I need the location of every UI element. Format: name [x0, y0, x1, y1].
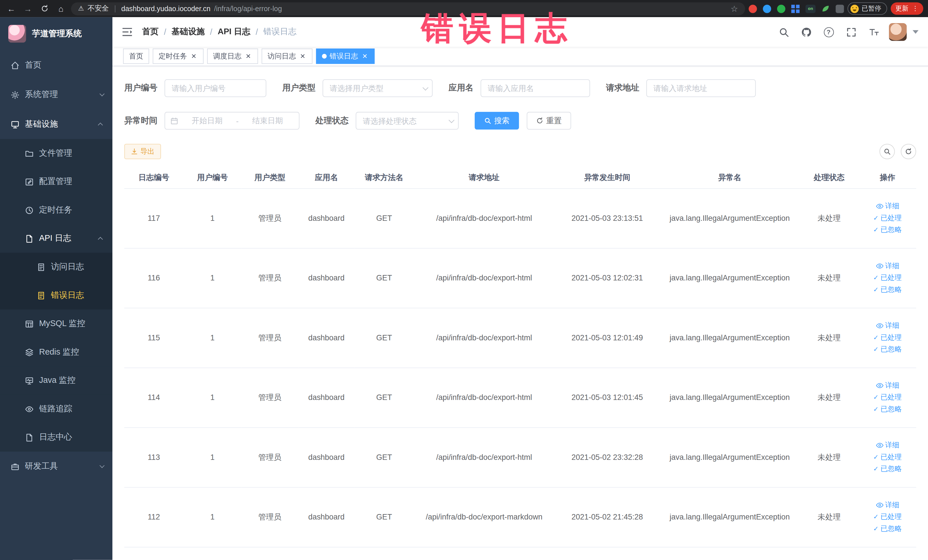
cell-method: GET: [355, 188, 414, 248]
app-logo[interactable]: 芋道管理系统: [0, 17, 112, 50]
sidebar-item-error-log[interactable]: 错误日志: [0, 281, 112, 310]
sidebar-item-system[interactable]: 系统管理: [0, 80, 112, 110]
header-search-button[interactable]: [777, 25, 791, 39]
sidebar-item-dev-tools[interactable]: 研发工具: [0, 452, 112, 481]
tab-scheduled-job[interactable]: 定时任务 ✕: [153, 49, 203, 64]
eye-icon: [25, 404, 34, 414]
calendar-icon: [170, 117, 178, 125]
detail-link[interactable]: 详细: [876, 320, 899, 331]
sidebar-item-file-manage[interactable]: 文件管理: [0, 139, 112, 168]
sidebar-item-trace[interactable]: 链路追踪: [0, 395, 112, 423]
close-tab-icon[interactable]: ✕: [244, 52, 252, 60]
mark-processed-link[interactable]: ✓ 已处理: [873, 213, 902, 223]
detail-link[interactable]: 详细: [876, 381, 899, 391]
sidebar-item-infra[interactable]: 基础设施: [0, 110, 112, 139]
avatar-caret-icon[interactable]: [913, 30, 919, 34]
cell-log-id: 115: [124, 308, 183, 368]
cell-app-name: dashboard: [298, 368, 355, 427]
forward-button[interactable]: →: [21, 2, 35, 15]
search-button[interactable]: 搜索: [475, 112, 519, 130]
range-end-placeholder: 结束日期: [242, 116, 293, 126]
mark-ignored-link[interactable]: ✓ 已忽略: [873, 344, 902, 354]
home-button[interactable]: ⌂: [55, 2, 68, 15]
tab-error-log[interactable]: 错误日志 ✕: [316, 49, 375, 64]
bookmark-star-icon[interactable]: ☆: [731, 4, 738, 13]
request-url-input[interactable]: [646, 79, 756, 97]
error-log-table: 日志编号 用户编号 用户类型 应用名 请求方法名 请求地址 异常发生时间 异常名…: [124, 167, 916, 547]
extension-icon-on[interactable]: on: [806, 5, 816, 13]
sidebar-item-mysql-monitor[interactable]: MySQL 监控: [0, 310, 112, 338]
mark-processed-link[interactable]: ✓ 已处理: [873, 273, 902, 283]
mark-processed-link[interactable]: ✓ 已处理: [873, 512, 902, 522]
tab-dispatch-log[interactable]: 调度日志 ✕: [207, 49, 258, 64]
request-url-label: 请求地址: [606, 83, 639, 93]
process-status-select[interactable]: [356, 112, 459, 130]
sidebar-item-java-monitor[interactable]: Java 监控: [0, 366, 112, 395]
process-status-select-input[interactable]: [356, 112, 459, 130]
refresh-table-button[interactable]: [901, 144, 916, 159]
sidebar-item-home[interactable]: 首页: [0, 50, 112, 80]
app-name-label: 应用名: [449, 83, 473, 93]
browser-update-button[interactable]: 更新 ⋮: [891, 2, 923, 15]
sidebar-item-access-log[interactable]: 访问日志: [0, 253, 112, 281]
mark-processed-link[interactable]: ✓ 已处理: [873, 392, 902, 402]
exception-time-range-picker[interactable]: 开始日期 - 结束日期: [165, 112, 299, 130]
cell-method: GET: [355, 487, 414, 547]
mark-ignored-link[interactable]: ✓ 已忽略: [873, 285, 902, 295]
col-status: 处理状态: [800, 167, 859, 188]
extension-icon-green[interactable]: [777, 5, 785, 13]
back-button[interactable]: ←: [5, 2, 18, 15]
detail-link[interactable]: 详细: [876, 500, 899, 510]
mark-ignored-link[interactable]: ✓ 已忽略: [873, 404, 902, 414]
tab-access-log[interactable]: 访问日志 ✕: [262, 49, 312, 64]
cell-exception-name: java.lang.IllegalArgumentException: [660, 427, 800, 487]
sidebar-item-redis-monitor[interactable]: Redis 监控: [0, 338, 112, 366]
github-button[interactable]: [799, 25, 814, 39]
user-type-select[interactable]: [323, 79, 433, 97]
close-tab-icon[interactable]: ✕: [361, 52, 369, 60]
cell-app-name: dashboard: [298, 487, 355, 547]
mark-processed-link[interactable]: ✓ 已处理: [873, 333, 902, 343]
extension-icon-plug[interactable]: [836, 5, 844, 13]
breadcrumb-infra[interactable]: 基础设施: [171, 26, 205, 37]
address-bar[interactable]: ⚠ 不安全 dashboard.yudao.iocoder.cn/infra/l…: [71, 2, 745, 15]
mark-ignored-link[interactable]: ✓ 已忽略: [873, 464, 902, 474]
mark-ignored-link[interactable]: ✓ 已忽略: [873, 524, 902, 534]
sidebar-item-log-center[interactable]: 日志中心: [0, 423, 112, 452]
extension-icon-red[interactable]: [749, 5, 757, 13]
user-id-input[interactable]: [165, 79, 266, 97]
cell-actions: 详细 ✓ 已处理 ✓ 已忽略: [859, 487, 916, 547]
user-avatar[interactable]: [889, 23, 907, 41]
sidebar-item-api-log[interactable]: API 日志: [0, 224, 112, 253]
search-toggle-button[interactable]: [879, 144, 895, 159]
export-button[interactable]: 导出: [124, 144, 161, 159]
reload-button[interactable]: [38, 2, 51, 15]
database-icon: [25, 319, 34, 328]
leaf-icon: [821, 5, 830, 13]
reset-button[interactable]: 重置: [527, 112, 571, 130]
folder-icon: [25, 149, 34, 158]
user-type-select-input[interactable]: [323, 79, 433, 97]
hamburger-icon[interactable]: [112, 17, 142, 47]
help-button[interactable]: ?: [821, 25, 836, 39]
detail-link[interactable]: 详细: [876, 441, 899, 450]
sidebar-item-config-manage[interactable]: 配置管理: [0, 168, 112, 196]
extension-icon-drop[interactable]: [763, 5, 771, 13]
extension-icon-leaf[interactable]: [821, 5, 830, 13]
detail-link[interactable]: 详细: [876, 201, 899, 211]
close-tab-icon[interactable]: ✕: [190, 52, 198, 60]
mark-ignored-link[interactable]: ✓ 已忽略: [873, 225, 902, 235]
font-size-button[interactable]: [866, 25, 881, 39]
extension-icon-grid[interactable]: [791, 5, 800, 13]
eye-icon: [876, 442, 883, 449]
breadcrumb-api-log[interactable]: API 日志: [218, 26, 250, 37]
detail-link[interactable]: 详细: [876, 261, 899, 271]
close-tab-icon[interactable]: ✕: [299, 52, 307, 60]
tab-home[interactable]: 首页: [123, 49, 149, 64]
mark-processed-link[interactable]: ✓ 已处理: [873, 452, 902, 462]
sidebar-item-scheduled-job[interactable]: 定时任务: [0, 196, 112, 224]
fullscreen-button[interactable]: [844, 25, 858, 39]
browser-profile-button[interactable]: 已暂停: [847, 2, 887, 15]
breadcrumb-home[interactable]: 首页: [142, 26, 159, 37]
app-name-input[interactable]: [481, 79, 590, 97]
